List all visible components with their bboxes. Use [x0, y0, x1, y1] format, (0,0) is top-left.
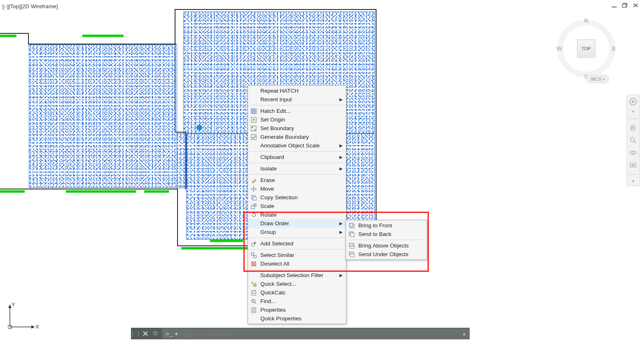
menu-item-label: Repeat HATCH — [260, 88, 337, 94]
menu-item-set-boundary[interactable]: Set Boundary — [248, 124, 346, 133]
commandbar-close-button[interactable] — [140, 329, 150, 338]
blank-icon — [250, 87, 258, 95]
menu-separator — [347, 240, 426, 240]
hatched-region-connector[interactable] — [176, 133, 187, 188]
menu-item-isolate[interactable]: Isolate▶ — [248, 164, 346, 173]
menu-item-group[interactable]: Group▶ — [248, 228, 346, 236]
svg-text:A: A — [253, 300, 254, 302]
menu-item-label: Scale — [260, 203, 337, 209]
submenu-arrow-icon: ▶ — [339, 166, 343, 171]
menu-item-label: QuickCalc — [260, 289, 337, 296]
blank-icon — [250, 220, 258, 227]
svg-rect-32 — [253, 197, 256, 200]
viewcube-north[interactable]: N — [584, 17, 588, 24]
menu-item-annotative-object-scale[interactable]: Annotative Object Scale▶ — [248, 141, 346, 150]
select-similar-icon — [250, 252, 258, 259]
commandbar-grip-icon[interactable]: ⋮⋮ — [131, 331, 140, 336]
submenu-arrow-icon: ▶ — [339, 221, 343, 226]
erase-icon — [250, 177, 258, 184]
wcs-dropdown[interactable]: WCS▾ — [586, 75, 609, 83]
minimize-icon[interactable] — [611, 2, 617, 8]
viewcube-west[interactable]: W — [556, 45, 562, 52]
menu-separator — [249, 238, 345, 238]
menu-item-find[interactable]: AFind... — [248, 297, 346, 306]
menu-item-select-similar[interactable]: Select Similar — [248, 251, 346, 259]
menu-item-label: Hatch Edit... — [260, 108, 337, 114]
menu-item-scale[interactable]: Scale — [248, 202, 346, 210]
commandbar-expand-button[interactable]: ▲ — [459, 328, 469, 339]
menu-item-deselect-all[interactable]: Deselect All — [248, 259, 346, 268]
viewport-label[interactable]: [–][Top][2D Wireframe] — [2, 3, 58, 9]
command-bar[interactable]: ⋮⋮ ≻_▾ ▲ — [131, 328, 470, 339]
svg-rect-39 — [254, 255, 256, 258]
svg-rect-12 — [631, 164, 635, 166]
blank-icon — [250, 272, 258, 279]
set-boundary-icon — [250, 125, 258, 132]
menu-item-generate-boundary[interactable]: Generate Boundary — [248, 133, 346, 141]
menu-item-clipboard[interactable]: Clipboard▶ — [248, 153, 346, 161]
svg-rect-57 — [349, 223, 353, 227]
menu-item-label: Group — [260, 229, 337, 235]
svg-point-10 — [632, 152, 634, 154]
orbit-icon[interactable] — [629, 149, 637, 157]
submenu-item-label: Send to Back — [358, 231, 423, 237]
menu-item-rotate[interactable]: Rotate — [248, 210, 346, 219]
submenu-item-send-to-back[interactable]: Send to Back — [346, 230, 427, 238]
svg-point-46 — [253, 293, 253, 294]
menu-item-label: Clipboard — [260, 154, 337, 160]
submenu-item-bring-above-objects[interactable]: Bring Above Objects — [346, 241, 427, 250]
context-menu: Repeat HATCHRecent Input▶Hatch Edit...Se… — [248, 85, 346, 324]
menu-item-hatch-edit[interactable]: Hatch Edit... — [248, 107, 346, 115]
menu-item-copy-selection[interactable]: Copy Selection — [248, 193, 346, 202]
deselect-icon — [250, 260, 258, 268]
menu-item-label: Find... — [260, 298, 337, 304]
commandbar-customize-button[interactable] — [150, 329, 160, 338]
viewcube-east[interactable]: E — [612, 45, 616, 52]
menu-item-repeat-hatch[interactable]: Repeat HATCH — [248, 86, 346, 95]
blank-icon — [250, 315, 258, 322]
menu-item-set-origin[interactable]: Set Origin — [248, 115, 346, 124]
menu-item-quickcalc[interactable]: QuickCalc — [248, 288, 346, 297]
pan-icon[interactable] — [629, 124, 637, 132]
menu-item-recent-input[interactable]: Recent Input▶ — [248, 95, 346, 104]
menu-item-add-selected[interactable]: Add Selected — [248, 239, 346, 248]
menu-item-label: Isolate — [260, 166, 337, 172]
menu-item-erase[interactable]: Erase — [248, 176, 346, 184]
submenu-item-label: Bring to Front — [358, 222, 423, 229]
menu-item-quick-properties[interactable]: Quick Properties — [248, 314, 346, 323]
gen-boundary-icon — [250, 133, 258, 141]
viewcube-ring-icon[interactable] — [557, 20, 615, 77]
menu-item-subobject-selection-filter[interactable]: Subobject Selection Filter▶ — [248, 271, 346, 280]
menu-item-label: Annotative Object Scale — [260, 142, 337, 149]
menu-item-properties[interactable]: Properties — [248, 306, 346, 314]
submenu-item-send-under-objects[interactable]: Send Under Objects — [346, 250, 427, 259]
restore-icon[interactable] — [622, 2, 628, 8]
close-icon[interactable] — [632, 2, 639, 8]
svg-marker-36 — [253, 212, 254, 214]
ucs-icon[interactable]: X Y — [6, 302, 39, 331]
command-input[interactable] — [180, 329, 459, 338]
menu-item-draw-order[interactable]: Draw Order▶ — [248, 219, 346, 228]
submenu-item-bring-to-front[interactable]: Bring to Front — [346, 221, 427, 230]
menu-item-move[interactable]: Move — [248, 184, 346, 193]
blank-icon — [250, 96, 258, 103]
steering-wheel-icon[interactable] — [629, 98, 637, 106]
viewcube[interactable]: TOP N S E W — [549, 12, 623, 86]
zoom-extents-icon[interactable] — [629, 136, 637, 145]
menu-separator — [249, 269, 345, 270]
rotate-icon — [250, 211, 258, 219]
submenu-item-label: Send Under Objects — [358, 251, 423, 257]
svg-rect-38 — [251, 253, 254, 255]
menu-item-label: Draw Order — [260, 220, 337, 226]
menu-item-label: Generate Boundary — [260, 134, 337, 140]
nav-collapse-icon[interactable]: ▾ — [632, 180, 634, 183]
selection-grip-icon[interactable] — [196, 125, 202, 131]
hatched-region-left[interactable] — [29, 44, 177, 188]
set-origin-icon — [250, 116, 258, 124]
menu-item-quick-select[interactable]: Quick Select... — [248, 280, 346, 288]
showmotion-icon[interactable] — [629, 161, 637, 169]
submenu-item-label: Bring Above Objects — [358, 243, 423, 249]
svg-point-47 — [253, 293, 254, 294]
svg-rect-45 — [252, 291, 255, 292]
nav-expand-icon[interactable]: ▾ — [632, 110, 634, 114]
